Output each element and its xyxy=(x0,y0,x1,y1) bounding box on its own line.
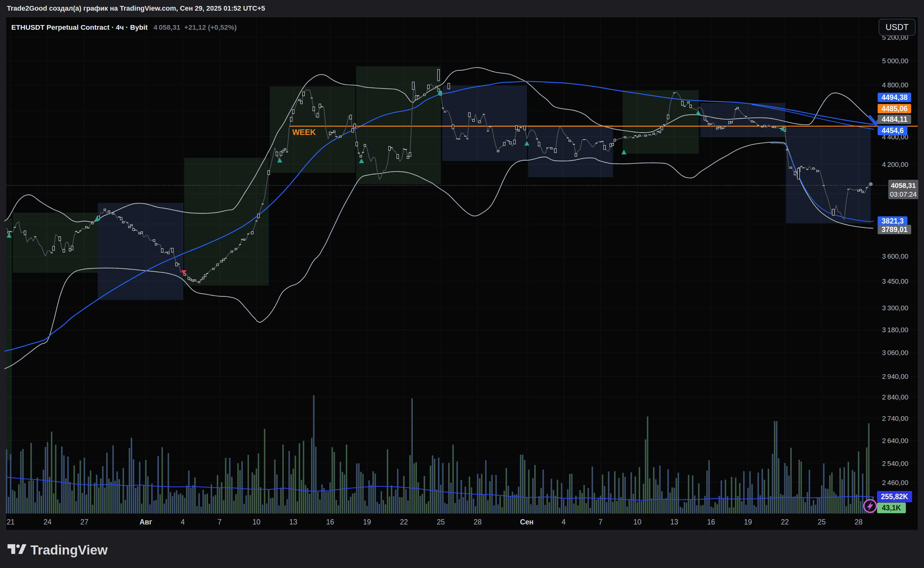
svg-text:2 940,00: 2 940,00 xyxy=(882,373,908,381)
svg-text:43,1K: 43,1K xyxy=(882,504,901,512)
svg-text:21: 21 xyxy=(7,518,15,526)
svg-text:3 600,00: 3 600,00 xyxy=(882,252,908,260)
svg-text:28: 28 xyxy=(473,518,482,526)
svg-text:4454,6: 4454,6 xyxy=(882,127,904,134)
svg-text:28: 28 xyxy=(854,518,863,526)
svg-text:4485,06: 4485,06 xyxy=(882,104,907,113)
svg-text:10: 10 xyxy=(633,518,641,526)
svg-text:3821,3: 3821,3 xyxy=(882,217,904,225)
svg-text:13: 13 xyxy=(289,518,298,526)
svg-text:3 450,00: 3 450,00 xyxy=(882,277,908,285)
svg-text:3 180,00: 3 180,00 xyxy=(882,326,908,334)
svg-text:+21,12 (+0,52%): +21,12 (+0,52%) xyxy=(184,24,237,31)
svg-text:22: 22 xyxy=(400,518,408,526)
svg-text:Trade2Good создал(а) график на: Trade2Good создал(а) график на TradingVi… xyxy=(7,5,265,12)
svg-text:7: 7 xyxy=(218,518,222,526)
svg-text:13: 13 xyxy=(670,518,678,526)
svg-text:4058,31: 4058,31 xyxy=(891,181,916,189)
svg-text:10: 10 xyxy=(253,518,261,526)
svg-text:USDT: USDT xyxy=(885,23,909,32)
svg-text:TradingView: TradingView xyxy=(30,542,108,557)
svg-text:2 740,00: 2 740,00 xyxy=(882,415,908,422)
svg-text:4: 4 xyxy=(562,518,566,526)
svg-text:Сен: Сен xyxy=(520,518,534,526)
svg-text:2 540,00: 2 540,00 xyxy=(882,460,908,467)
svg-text:4 800,00: 4 800,00 xyxy=(882,81,908,89)
svg-text:4 200,00: 4 200,00 xyxy=(882,161,908,168)
svg-text:16: 16 xyxy=(326,518,334,526)
svg-text:2 460,00: 2 460,00 xyxy=(882,479,908,486)
svg-text:4494,38: 4494,38 xyxy=(882,93,907,101)
svg-text:4: 4 xyxy=(181,518,185,526)
svg-text:25: 25 xyxy=(437,518,445,526)
svg-text:2 840,00: 2 840,00 xyxy=(882,393,908,401)
svg-text:Авг: Авг xyxy=(139,518,152,526)
svg-text:19: 19 xyxy=(363,518,371,526)
svg-text:4484,11: 4484,11 xyxy=(882,115,907,123)
svg-text:ETHUSDT Perpetual Contract · 4: ETHUSDT Perpetual Contract · 4ч · Bybit xyxy=(11,24,148,31)
svg-text:25: 25 xyxy=(818,518,826,526)
svg-text:2 640,00: 2 640,00 xyxy=(882,437,908,445)
svg-text:22: 22 xyxy=(781,518,789,526)
svg-text:4 058,31: 4 058,31 xyxy=(153,24,180,31)
svg-text:03:07:24: 03:07:24 xyxy=(890,190,917,198)
svg-text:3 060,00: 3 060,00 xyxy=(882,349,908,357)
svg-text:3789,01: 3789,01 xyxy=(882,225,907,234)
svg-text:7: 7 xyxy=(599,518,603,526)
svg-text:19: 19 xyxy=(744,518,752,526)
svg-text:24: 24 xyxy=(44,518,52,526)
svg-text:16: 16 xyxy=(707,518,715,526)
svg-text:WEEK: WEEK xyxy=(292,128,316,136)
svg-text:255,82K: 255,82K xyxy=(881,492,908,501)
svg-text:5 000,00: 5 000,00 xyxy=(882,57,908,65)
svg-text:27: 27 xyxy=(80,518,89,526)
svg-text:3 300,00: 3 300,00 xyxy=(882,304,908,312)
